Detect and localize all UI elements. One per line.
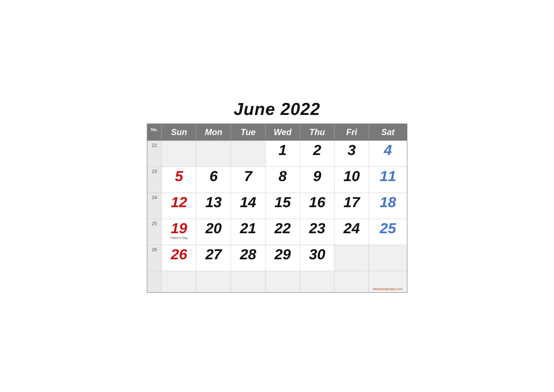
day-cell (196, 141, 231, 167)
day-cell: 9 (300, 167, 334, 193)
week-number: 26 (147, 245, 162, 271)
day-number: 26 (164, 247, 194, 262)
day-cell: 19Father's Day (162, 219, 196, 245)
day-cell: 12 (162, 193, 196, 219)
day-number: 23 (303, 221, 332, 236)
day-cell: 28 (231, 245, 265, 271)
col-header-sat: Sat (369, 124, 407, 141)
day-number: 28 (233, 247, 263, 262)
day-number: 1 (268, 143, 298, 157)
day-number: 5 (164, 169, 194, 183)
day-cell (231, 271, 265, 293)
day-cell: 8 (265, 167, 300, 193)
day-cell: 17 (334, 193, 369, 219)
day-number: 15 (268, 195, 298, 210)
col-header-no: No. (147, 124, 162, 141)
day-number: 19 (164, 221, 194, 236)
day-cell: 11 (369, 167, 407, 193)
day-number: 30 (303, 247, 332, 262)
day-cell (300, 271, 334, 293)
week-number: 25 (147, 219, 162, 245)
col-header-thu: Thu (300, 124, 334, 141)
day-cell: 6 (196, 167, 231, 193)
day-cell: 26 (162, 245, 196, 271)
day-number: 3 (337, 143, 367, 157)
day-cell (196, 271, 231, 293)
day-cell (369, 245, 407, 271)
week-number: 22 (147, 141, 162, 167)
day-number: 10 (337, 169, 367, 183)
day-cell: 24 (334, 219, 369, 245)
day-cell: 27 (196, 245, 231, 271)
day-number: 4 (371, 143, 404, 157)
day-number: 17 (337, 195, 367, 210)
calendar-container: June 2022 No. Sun Mon Tue Wed Thu Fri Sa… (147, 99, 407, 293)
day-number: 14 (233, 195, 263, 210)
day-number: 12 (164, 195, 194, 210)
day-cell: 2 (300, 141, 334, 167)
day-cell: 25 (369, 219, 407, 245)
watermark[interactable]: wheniscalendars.com (371, 286, 404, 291)
col-header-tue: Tue (231, 124, 265, 141)
day-cell: 7 (231, 167, 265, 193)
header-row: No. Sun Mon Tue Wed Thu Fri Sat (147, 124, 407, 141)
day-cell: 5 (162, 167, 196, 193)
day-number: 7 (233, 169, 263, 183)
watermark-link[interactable]: wheniscalendars.com (373, 287, 402, 291)
col-header-mon: Mon (196, 124, 231, 141)
day-cell: 21 (231, 219, 265, 245)
event-label: Father's Day (164, 236, 194, 240)
day-number: 16 (303, 195, 332, 210)
day-number: 13 (199, 195, 228, 210)
week-number: 23 (147, 167, 162, 193)
day-number: 24 (337, 221, 367, 236)
day-cell: 29 (265, 245, 300, 271)
day-cell: 3 (334, 141, 369, 167)
col-header-sun: Sun (162, 124, 196, 141)
day-cell (162, 141, 196, 167)
day-cell: wheniscalendars.com (369, 271, 407, 293)
day-number: 27 (199, 247, 228, 262)
day-number: 18 (371, 195, 404, 210)
day-cell: 13 (196, 193, 231, 219)
day-cell: 15 (265, 193, 300, 219)
day-cell: 20 (196, 219, 231, 245)
day-number: 21 (233, 221, 263, 236)
day-cell (334, 271, 369, 293)
col-header-fri: Fri (334, 124, 369, 141)
week-number: 24 (147, 193, 162, 219)
day-number: 2 (303, 143, 332, 157)
day-number: 25 (371, 221, 404, 236)
day-number: 22 (268, 221, 298, 236)
day-cell (231, 141, 265, 167)
day-cell: 1 (265, 141, 300, 167)
day-number: 9 (303, 169, 332, 183)
day-cell (162, 271, 196, 293)
col-header-wed: Wed (265, 124, 300, 141)
day-cell: 10 (334, 167, 369, 193)
day-number: 11 (371, 169, 404, 183)
day-number: 6 (199, 169, 228, 183)
day-number: 8 (268, 169, 298, 183)
day-cell: 14 (231, 193, 265, 219)
day-cell: 16 (300, 193, 334, 219)
day-cell: 22 (265, 219, 300, 245)
day-number: 29 (268, 247, 298, 262)
day-number: 20 (199, 221, 228, 236)
day-cell: 4 (369, 141, 407, 167)
day-cell: 23 (300, 219, 334, 245)
day-cell (334, 245, 369, 271)
day-cell (265, 271, 300, 293)
calendar-title: June 2022 (147, 99, 407, 119)
week-number (147, 271, 162, 293)
calendar-table: No. Sun Mon Tue Wed Thu Fri Sat 22123423… (147, 124, 407, 293)
day-cell: 18 (369, 193, 407, 219)
day-cell: 30 (300, 245, 334, 271)
